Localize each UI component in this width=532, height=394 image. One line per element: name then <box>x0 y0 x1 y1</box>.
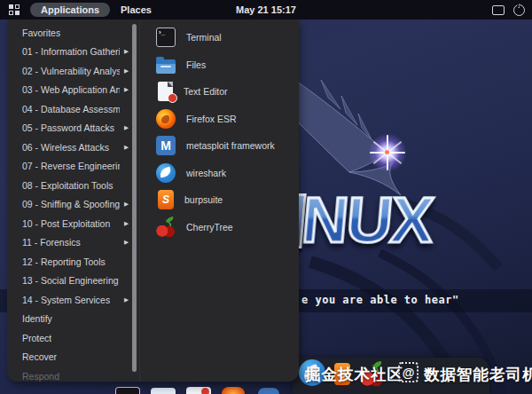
menu-item-label: 01 - Information Gathering <box>22 46 120 57</box>
menu-item-label: Recover <box>22 351 57 362</box>
menu-category-item[interactable]: Favorites ▶ <box>7 23 139 43</box>
submenu-arrow-icon: ▶ <box>124 220 129 227</box>
menu-item-label: 04 - Database Assessment <box>22 104 120 114</box>
menu-item-label: 05 - Password Attacks <box>22 122 114 133</box>
favorites-app-item[interactable]: burpsuite <box>140 186 299 214</box>
menu-category-item[interactable]: 10 - Post Exploitation ▶ <box>7 214 139 233</box>
menu-scrollbar[interactable] <box>132 24 137 372</box>
firefox-icon[interactable] <box>222 387 245 394</box>
app-item-label: Files <box>186 59 206 70</box>
menu-category-item[interactable]: 12 - Reporting Tools ▶ <box>7 252 139 272</box>
menu-item-label: 07 - Reverse Engineering <box>22 161 120 171</box>
favorites-app-item[interactable]: wireshark <box>140 160 299 187</box>
menu-category-item[interactable]: Recover ▶ <box>7 348 139 367</box>
submenu-arrow-icon: ▶ <box>124 239 129 246</box>
submenu-arrow-icon: ▶ <box>124 124 129 131</box>
menu-item-label: 02 - Vulnerability Analysis <box>22 66 120 76</box>
favorites-app-item[interactable]: Files <box>140 51 299 79</box>
favorites-app-item[interactable]: Terminal <box>140 24 299 51</box>
favorites-app-item[interactable]: Firefox ESR <box>140 106 299 133</box>
text-editor-icon[interactable] <box>186 387 211 394</box>
files-icon[interactable] <box>151 388 176 394</box>
display-icon[interactable] <box>492 5 505 15</box>
favorites-app-item[interactable]: metasploit framework <box>140 132 299 160</box>
menu-item-label: 10 - Post Exploitation <box>22 218 110 229</box>
submenu-arrow-icon: ▶ <box>124 144 129 151</box>
submenu-arrow-icon: ▶ <box>124 201 129 208</box>
applications-menu: Favorites ▶ 01 - Information Gathering ▶… <box>7 20 299 382</box>
submenu-arrow-icon: ▶ <box>124 48 129 55</box>
text-editor-icon <box>158 82 173 101</box>
kali-desktop: NUX e you are able to hear" @ 掘金技术社区 数据智… <box>0 0 532 394</box>
menu-category-item[interactable]: 04 - Database Assessment ▶ <box>7 99 139 119</box>
app-item-label: Text Editor <box>184 86 228 97</box>
burpsuite-icon <box>158 190 174 209</box>
favorites-app-item[interactable]: Text Editor <box>140 78 299 106</box>
top-bar: Applications Places May 21 15:17 <box>0 0 532 20</box>
submenu-arrow-icon: ▶ <box>124 86 129 93</box>
menu-item-label: Protect <box>22 333 51 343</box>
favorites-app-item[interactable]: CherryTree <box>140 214 299 241</box>
metasploit-icon <box>156 136 176 155</box>
files-icon <box>156 59 176 74</box>
watermark-text-right: 数据智能老司机 <box>424 364 532 385</box>
menu-item-label: 08 - Exploitation Tools <box>22 180 113 191</box>
app-item-label: Terminal <box>186 32 222 43</box>
app-item-label: metasploit framework <box>186 140 275 151</box>
menu-item-label: 14 - System Services <box>22 295 110 305</box>
menu-item-label: Respond <box>22 371 59 382</box>
app-item-label: wireshark <box>186 168 226 178</box>
menu-category-item[interactable]: 06 - Wireless Attacks ▶ <box>7 138 139 157</box>
wallpaper-quote: e you are able to hear" <box>301 294 459 306</box>
app-item-label: Firefox ESR <box>186 114 237 124</box>
menu-category-item[interactable]: Identify ▶ <box>7 310 139 329</box>
menu-category-item[interactable]: 08 - Exploitation Tools ▶ <box>7 176 139 195</box>
submenu-arrow-icon: ▶ <box>124 67 129 75</box>
menu-category-item[interactable]: 14 - System Services ▶ <box>7 290 139 310</box>
metasploit-icon[interactable] <box>258 388 279 394</box>
menu-category-item[interactable]: 03 - Web Application Analysis ▶ <box>7 81 139 100</box>
menu-item-label: 12 - Reporting Tools <box>22 256 106 267</box>
menu-item-label: Favorites <box>22 28 60 38</box>
menu-category-column: Favorites ▶ 01 - Information Gathering ▶… <box>7 20 140 382</box>
firefox-icon <box>156 109 176 129</box>
app-item-label: CherryTree <box>186 222 233 232</box>
menu-category-item[interactable]: 02 - Vulnerability Analysis ▶ <box>7 61 139 81</box>
menu-item-label: 03 - Web Application Analysis <box>22 84 120 95</box>
menu-item-label: Identify <box>22 313 52 324</box>
terminal-icon[interactable] <box>115 387 140 394</box>
wallpaper-title-text: NUX <box>300 188 434 252</box>
wireshark-icon <box>156 163 176 183</box>
menu-category-item[interactable]: Protect ▶ <box>7 328 139 348</box>
menu-category-item[interactable]: 05 - Password Attacks ▶ <box>7 119 139 138</box>
menu-item-label: 06 - Wireless Attacks <box>22 142 109 153</box>
menu-category-item[interactable]: 07 - Reverse Engineering ▶ <box>7 157 139 177</box>
app-item-label: burpsuite <box>184 194 223 205</box>
menu-category-item[interactable]: 01 - Information Gathering ▶ <box>7 43 139 62</box>
cherrytree-icon <box>156 217 176 237</box>
menu-item-label: 11 - Forensics <box>22 237 81 248</box>
menu-category-item[interactable]: 11 - Forensics ▶ <box>7 233 139 253</box>
menu-category-item[interactable]: Respond ▶ <box>7 366 139 382</box>
terminal-icon <box>156 28 176 47</box>
watermark-text-left: 掘金技术社区 <box>305 364 403 385</box>
menu-item-label: 09 - Sniffing & Spoofing <box>22 199 120 209</box>
clock[interactable]: May 21 15:17 <box>0 4 532 15</box>
menu-category-item[interactable]: 13 - Social Engineering Tools ▶ <box>7 272 139 291</box>
power-icon[interactable] <box>513 4 525 16</box>
menu-category-item[interactable]: 09 - Sniffing & Spoofing ▶ <box>7 195 139 215</box>
submenu-arrow-icon: ▶ <box>124 296 129 303</box>
menu-item-label: 13 - Social Engineering Tools <box>22 275 120 286</box>
favorites-submenu: Terminal Files Text Editor Firefox ESR m… <box>140 20 299 382</box>
